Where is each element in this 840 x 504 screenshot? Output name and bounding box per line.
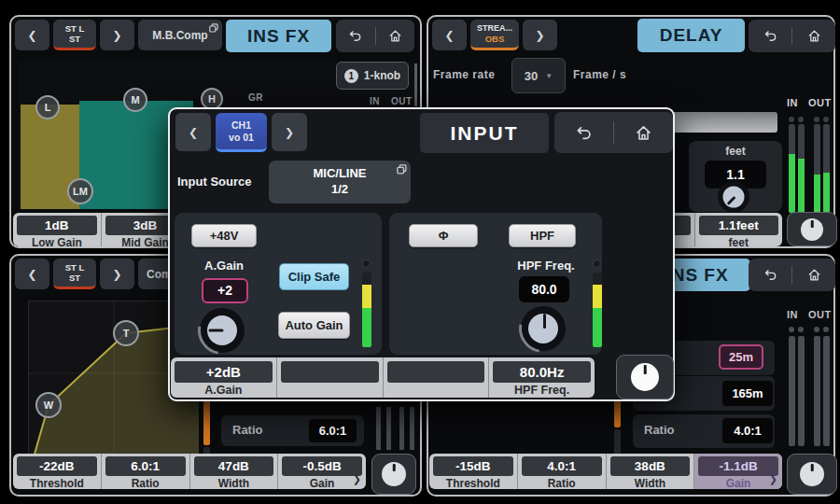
undo-icon[interactable] (763, 28, 778, 44)
frame-rate-dropdown[interactable]: 30 ▼ (511, 58, 566, 93)
preset-button[interactable]: M.B.Comp (138, 20, 222, 50)
param-value: -1.1dB (698, 456, 778, 476)
meter-peak-dot (789, 117, 794, 122)
home-icon[interactable] (806, 28, 822, 44)
param-cell-feet[interactable]: 1.1feetfeet (694, 213, 783, 246)
out-meter-r (823, 336, 830, 446)
param-value: 1dB (17, 216, 97, 235)
param-label: Threshold (13, 477, 101, 489)
ratio-value[interactable]: 6.0:1 (309, 419, 357, 442)
param-cell-ratio[interactable]: 6.0:1Ratio (101, 454, 189, 489)
back-button[interactable]: ❮ (432, 20, 467, 50)
back-button[interactable]: ❮ (175, 113, 211, 151)
gr-meter-base (614, 429, 621, 455)
release-value[interactable]: 165m (722, 381, 773, 406)
input-source-label: Input Source (177, 175, 251, 189)
param-cell-width[interactable]: 38dBWidth (606, 454, 694, 489)
one-knob-button[interactable]: 1 1-knob (336, 62, 409, 90)
touch-knob-button[interactable] (371, 454, 416, 495)
knob-pointer (811, 220, 814, 228)
param-cell[interactable] (276, 357, 383, 398)
next-button[interactable]: ❯ (100, 259, 134, 289)
a-gain-knob[interactable] (200, 308, 245, 353)
param-cell-low-gain[interactable]: 1dBLow Gain (13, 213, 101, 246)
page-title: DELAY (637, 19, 745, 52)
clip-safe-button[interactable]: Clip Safe (279, 263, 349, 290)
touch-knob-button[interactable] (616, 355, 674, 399)
channel-name-line1: ST L (65, 262, 85, 273)
comp-handle-width[interactable]: W (35, 392, 62, 418)
attack-value[interactable]: 25m (719, 344, 763, 370)
undo-icon[interactable] (347, 28, 363, 44)
hpf-freq-knob[interactable] (521, 306, 566, 351)
param-cell-threshold[interactable]: -15dBThreshold (429, 454, 517, 489)
ratio-value[interactable]: 4.0:1 (722, 418, 773, 443)
next-button[interactable]: ❯ (523, 20, 557, 50)
param-cell-hpf-freq[interactable]: 80.0HzHPF Freq. (488, 357, 595, 398)
phantom-48v-button[interactable]: +48V (191, 224, 257, 247)
undo-icon[interactable] (763, 267, 778, 283)
ratio-label: Ratio (232, 423, 263, 437)
auto-gain-button[interactable]: Auto Gain (278, 312, 350, 339)
channel-name-line1: ST L (65, 23, 85, 34)
knob-pointer (543, 314, 546, 329)
input-source-button[interactable]: MIC/LINE 1/2 (269, 161, 411, 203)
param-cell-width[interactable]: 47dBWidth (189, 454, 278, 489)
touch-knob-button[interactable] (787, 212, 837, 246)
param-label: Ratio (102, 477, 189, 489)
chevron-right-icon: ❯ (285, 126, 294, 139)
meter-peak-dot (823, 117, 829, 122)
home-icon[interactable] (634, 123, 653, 143)
meter-bar (376, 407, 381, 450)
param-cell-gain[interactable]: -0.5dBGain❯ (277, 454, 366, 489)
param-value: -15dB (433, 456, 513, 476)
meter-green (362, 308, 371, 347)
eq-handle-mid[interactable]: M (123, 88, 147, 112)
hpf-button[interactable]: HPF (509, 224, 576, 247)
channel-select-button[interactable]: CH1 vo 01 (216, 113, 267, 152)
back-button[interactable]: ❮ (15, 20, 49, 50)
home-icon[interactable] (806, 267, 822, 283)
param-value: -0.5dB (282, 456, 362, 476)
back-button[interactable]: ❮ (15, 259, 49, 289)
eq-handle-low[interactable]: L (35, 95, 60, 119)
in-meter-r (798, 124, 805, 213)
touch-knob-button[interactable] (787, 454, 837, 495)
meter-yellow (593, 285, 602, 308)
channel-select-button[interactable]: STREA... OBS (470, 20, 519, 50)
param-cell-threshold[interactable]: -22dBThreshold (13, 454, 101, 489)
meter-green (593, 308, 602, 347)
hpf-freq-value[interactable]: 80.0 (519, 276, 569, 302)
chevron-left-icon: ❮ (189, 126, 198, 139)
chevron-right-icon: ❯ (112, 29, 121, 42)
undo-icon[interactable] (574, 123, 594, 143)
page-title: INS FX (226, 20, 331, 52)
param-cell-ratio[interactable]: 4.0:1Ratio (517, 454, 606, 489)
delay-unit-label: feet (689, 145, 782, 158)
home-icon[interactable] (387, 28, 403, 44)
chevron-right-icon: ❯ (112, 268, 121, 281)
out-meter-r (823, 124, 830, 213)
param-cell[interactable] (383, 357, 489, 398)
knob-pointer (209, 329, 224, 332)
one-knob-badge: 1 (344, 69, 358, 83)
dialog-title: INPUT (420, 113, 549, 153)
channel-select-button[interactable]: ST L ST (53, 259, 96, 289)
out-meter-l (814, 336, 820, 446)
channel-name-line2: ST (69, 34, 80, 44)
phase-button[interactable]: Φ (409, 224, 478, 247)
ratio-row: Ratio 4.0:1 (633, 414, 775, 448)
channel-select-button[interactable]: ST L ST (53, 20, 96, 50)
a-gain-value[interactable]: +2 (202, 278, 248, 303)
mixer-screen: ❮ ST L ST ❯ M.B.Comp INS FX L M H LM 1 1… (0, 0, 840, 504)
param-cell-gain-selected[interactable]: -1.1dBGain❯ (693, 454, 782, 489)
param-cell-a-gain[interactable]: +2dBA.Gain (171, 357, 276, 398)
comp-handle-threshold[interactable]: T (113, 320, 139, 346)
param-label: A.Gain (171, 384, 276, 397)
next-button[interactable]: ❯ (100, 20, 134, 50)
in-meter-l (789, 124, 795, 213)
next-button[interactable]: ❯ (272, 113, 307, 151)
param-label: Ratio (518, 477, 606, 489)
delay-knob[interactable] (718, 181, 749, 213)
eq-handle-lowmid[interactable]: LM (67, 178, 93, 204)
